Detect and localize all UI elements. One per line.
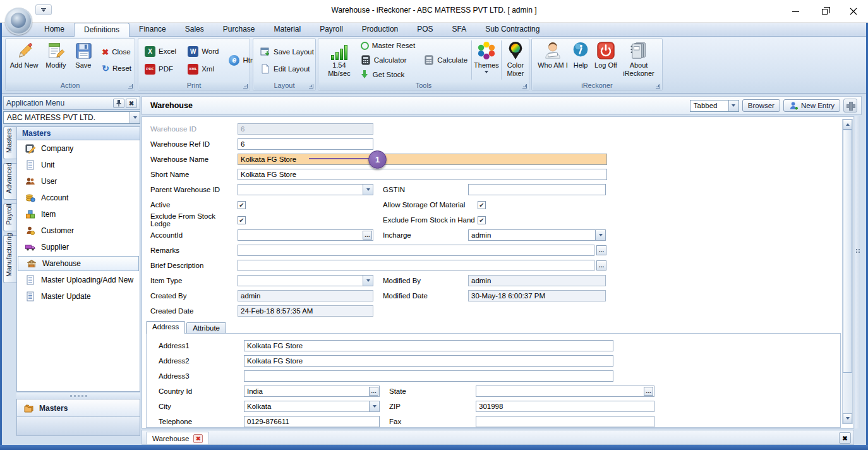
- close-sidebar-button[interactable]: ✖: [126, 99, 137, 108]
- item-type-dropdown[interactable]: [238, 275, 373, 286]
- allow-storage-checkbox[interactable]: ✔: [478, 201, 486, 209]
- scroll-up-button[interactable]: [843, 119, 852, 130]
- sidebar-item-master-update[interactable]: Master Update: [17, 288, 140, 305]
- close-form-button[interactable]: ✖ Close: [100, 46, 133, 58]
- chevron-down-icon[interactable]: [363, 185, 373, 195]
- color-mixer-button[interactable]: Color Mixer: [503, 39, 527, 81]
- get-stock-button[interactable]: Get Stock: [359, 68, 417, 81]
- fax-field[interactable]: [476, 416, 654, 427]
- right-splitter[interactable]: [855, 116, 860, 429]
- vtab-manufacturing[interactable]: Manufacturing: [3, 235, 16, 283]
- chevron-down-icon[interactable]: [369, 401, 379, 411]
- state-field[interactable]: …: [476, 386, 654, 397]
- sidebar-item-account[interactable]: Account: [17, 190, 140, 206]
- browser-button[interactable]: Browser: [742, 99, 780, 112]
- scroll-down-button[interactable]: [843, 413, 852, 423]
- calculate-button[interactable]: Calculate: [422, 54, 469, 66]
- sidebar-item-company[interactable]: Company: [17, 140, 140, 157]
- edit-layout-button[interactable]: Edit Layout: [258, 63, 314, 75]
- tab-sub-contracting[interactable]: Sub Contracting: [476, 23, 549, 37]
- master-reset-button[interactable]: Master Reset: [359, 39, 417, 52]
- sidebar-item-item[interactable]: Item: [17, 206, 140, 222]
- warehouse-doc-tab[interactable]: Warehouse ✖: [146, 432, 209, 444]
- close-all-tabs-button[interactable]: ✖: [839, 432, 851, 444]
- pin-button[interactable]: [113, 99, 124, 108]
- sidebar-item-customer[interactable]: Customer: [17, 222, 140, 239]
- active-checkbox[interactable]: ✔: [238, 201, 246, 209]
- export-xml-button[interactable]: XML Xml: [186, 63, 220, 75]
- close-button[interactable]: [839, 0, 868, 23]
- lookup-ellipsis-button[interactable]: …: [363, 231, 372, 240]
- save-layout-button[interactable]: Save Layout: [258, 46, 314, 58]
- tab-production[interactable]: Production: [353, 23, 407, 37]
- chevron-down-icon[interactable]: [363, 276, 373, 286]
- remarks-ellipsis-button[interactable]: …: [596, 245, 606, 255]
- vtab-advanced[interactable]: Advanced: [3, 163, 16, 200]
- app-logo-icon[interactable]: [5, 8, 32, 35]
- dialog-launcher-icon[interactable]: [128, 84, 133, 88]
- address1-field[interactable]: Kolkata FG Store: [244, 340, 613, 351]
- address2-field[interactable]: Kolkata FG Store: [244, 355, 613, 367]
- company-dropdown[interactable]: ABC MATRESS PVT LTD.: [3, 111, 140, 124]
- dialog-launcher-icon[interactable]: [522, 84, 527, 88]
- sidebar-item-supplier[interactable]: Supplier: [17, 239, 140, 255]
- lookup-ellipsis-button[interactable]: …: [369, 387, 378, 396]
- sidebar-splitter[interactable]: [16, 393, 140, 399]
- tab-home[interactable]: Home: [35, 23, 74, 37]
- export-word-button[interactable]: W Word: [186, 45, 220, 58]
- dialog-launcher-icon[interactable]: [243, 84, 248, 88]
- view-mode-select[interactable]: Tabbed: [690, 100, 739, 112]
- restore-button[interactable]: [810, 0, 839, 23]
- sidebar-item-warehouse[interactable]: Warehouse: [18, 256, 139, 271]
- add-new-button[interactable]: Add New: [7, 39, 41, 81]
- tab-material[interactable]: Material: [264, 23, 310, 37]
- exclude-stock-in-hand-checkbox[interactable]: ✔: [478, 216, 486, 224]
- scrollbar-thumb[interactable]: [843, 130, 852, 373]
- about-ireckoner-button[interactable]: About iReckoner: [620, 39, 657, 81]
- reset-button[interactable]: ↻ Reset: [100, 62, 133, 75]
- country-id-field[interactable]: India …: [244, 386, 380, 397]
- export-excel-button[interactable]: X Excel: [143, 45, 178, 58]
- sidebar-item-master-uploading[interactable]: Master Uploading/Add New: [17, 272, 140, 288]
- tab-payroll[interactable]: Payroll: [310, 23, 353, 37]
- address3-field[interactable]: [244, 370, 613, 382]
- tab-definitions[interactable]: Definitions: [74, 23, 130, 37]
- modify-button[interactable]: Modify: [41, 39, 70, 81]
- account-id-field[interactable]: …: [238, 229, 373, 241]
- tab-sales[interactable]: Sales: [176, 23, 214, 37]
- add-tab-button[interactable]: [843, 99, 857, 113]
- dialog-launcher-icon[interactable]: [309, 84, 313, 88]
- warehouse-ref-id-field[interactable]: 6: [238, 138, 373, 150]
- incharge-dropdown[interactable]: admin: [468, 229, 606, 241]
- vtab-masters[interactable]: Masters: [3, 126, 16, 159]
- telephone-field[interactable]: 0129-876611: [244, 416, 380, 427]
- vtab-payroll[interactable]: Payroll: [3, 204, 16, 231]
- sidebar-item-user[interactable]: User: [17, 173, 140, 190]
- remarks-field[interactable]: [238, 245, 594, 256]
- dialog-launcher-icon[interactable]: [656, 84, 660, 88]
- tab-pos[interactable]: POS: [407, 23, 442, 37]
- masters-bottom-button[interactable]: Masters: [16, 399, 140, 417]
- tab-finance[interactable]: Finance: [130, 23, 176, 37]
- tab-attribute[interactable]: Attribute: [186, 322, 226, 334]
- chevron-down-icon[interactable]: [595, 230, 605, 240]
- lookup-ellipsis-button[interactable]: …: [644, 387, 653, 396]
- short-name-field[interactable]: Kolkata FG Store: [238, 169, 607, 180]
- minimize-button[interactable]: [781, 0, 810, 23]
- new-entry-button[interactable]: New Entry: [783, 99, 840, 112]
- tab-address[interactable]: Address: [146, 321, 185, 334]
- calculator-button[interactable]: Calculator: [359, 54, 417, 66]
- themes-button[interactable]: Themes: [474, 39, 499, 81]
- log-off-button[interactable]: Log Off: [591, 39, 620, 81]
- close-tab-icon[interactable]: ✖: [193, 434, 203, 443]
- exclude-stock-ledger-checkbox[interactable]: ✔: [238, 216, 246, 224]
- tab-sfa[interactable]: SFA: [443, 23, 476, 37]
- city-dropdown[interactable]: Kolkata: [244, 401, 380, 412]
- help-button[interactable]: Help: [570, 39, 591, 81]
- save-button[interactable]: Save: [71, 39, 97, 81]
- gstin-field[interactable]: [468, 184, 606, 195]
- zip-field[interactable]: 301998: [476, 401, 654, 412]
- parent-warehouse-dropdown[interactable]: [238, 184, 373, 195]
- export-pdf-button[interactable]: PDF PDF: [143, 63, 178, 75]
- brief-description-field[interactable]: [238, 260, 594, 271]
